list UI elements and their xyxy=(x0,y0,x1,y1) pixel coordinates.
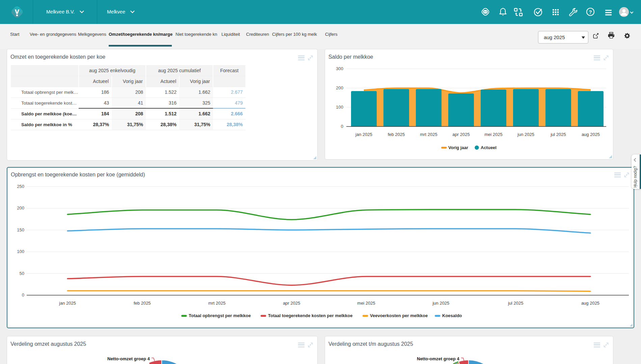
svg-text:aug 2025: aug 2025 xyxy=(581,301,599,306)
svg-text:mei 2025: mei 2025 xyxy=(484,132,502,137)
svg-text:jun 2025: jun 2025 xyxy=(432,301,449,306)
svg-text:jan 2025: jan 2025 xyxy=(355,132,372,137)
svg-text:jul 2025: jul 2025 xyxy=(508,301,524,306)
svg-text:Vorig jaar: Vorig jaar xyxy=(448,145,468,150)
svg-text:100: 100 xyxy=(17,249,24,254)
svg-text:mrt 2025: mrt 2025 xyxy=(420,132,437,137)
svg-text:apr 2025: apr 2025 xyxy=(452,132,470,137)
svg-text:250: 250 xyxy=(17,184,24,189)
svg-text:0: 0 xyxy=(341,124,343,129)
svg-text:200: 200 xyxy=(17,205,24,211)
svg-text:100: 100 xyxy=(336,105,343,110)
svg-text:150: 150 xyxy=(17,227,24,232)
svg-text:jun 2025: jun 2025 xyxy=(517,132,534,137)
svg-text:Actueel: Actueel xyxy=(481,145,497,150)
svg-text:jul 2025: jul 2025 xyxy=(550,132,566,137)
svg-text:?: ? xyxy=(589,9,592,15)
svg-text:50: 50 xyxy=(20,271,24,276)
svg-text:300: 300 xyxy=(336,66,343,71)
svg-text:aug 2025: aug 2025 xyxy=(582,132,600,137)
svg-text:Totaal toegerekende kosten per: Totaal toegerekende kosten per melkkoe xyxy=(268,313,352,318)
svg-text:Totaal opbrengst per melkkoe: Totaal opbrengst per melkkoe xyxy=(189,313,251,318)
svg-text:Netto-omzet groep 4: Netto-omzet groep 4 xyxy=(417,356,459,361)
svg-text:Veevoerkosten per melkkoe: Veevoerkosten per melkkoe xyxy=(370,313,428,318)
svg-text:mei 2025: mei 2025 xyxy=(357,301,375,306)
svg-text:feb 2025: feb 2025 xyxy=(134,301,151,306)
svg-text:Netto-omzet groep 4: Netto-omzet groep 4 xyxy=(107,356,150,361)
svg-text:mrt 2025: mrt 2025 xyxy=(208,301,225,306)
svg-text:jan 2025: jan 2025 xyxy=(59,301,76,306)
svg-text:200: 200 xyxy=(336,85,343,90)
svg-text:0: 0 xyxy=(22,292,24,298)
svg-text:v: v xyxy=(15,6,20,16)
svg-text:Koesaldo: Koesaldo xyxy=(442,313,462,318)
svg-text:apr 2025: apr 2025 xyxy=(283,301,300,306)
svg-text:feb 2025: feb 2025 xyxy=(388,132,405,137)
